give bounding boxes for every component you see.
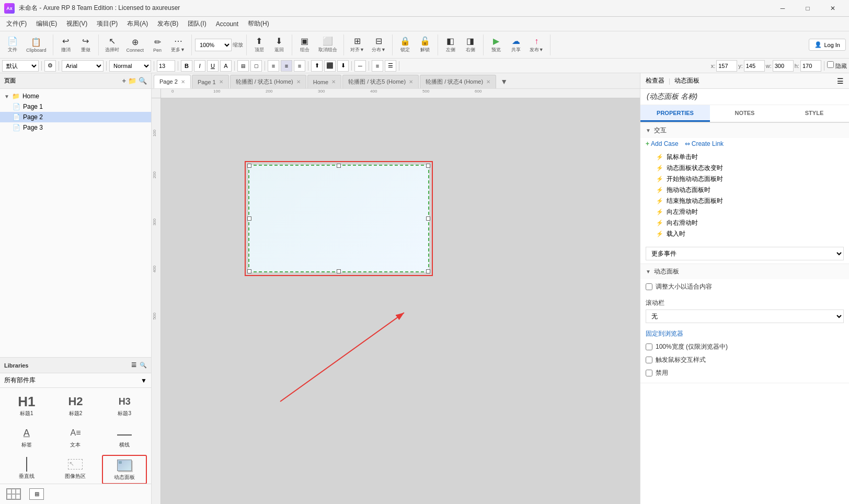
tab-close-page2[interactable]: ✕	[181, 79, 185, 85]
right-panel-options-icon[interactable]: ☰	[837, 77, 844, 85]
fill-color-button[interactable]: ▤	[237, 60, 249, 72]
menu-edit[interactable]: 编辑(E)	[32, 18, 61, 30]
more-events-select[interactable]: 更多事件	[646, 247, 844, 260]
add-case-link[interactable]: + Add Case	[646, 140, 679, 147]
fix-to-browser-link[interactable]: 固定到浏览器	[646, 330, 683, 337]
menu-help[interactable]: 帮助(H)	[244, 18, 273, 30]
library-item-table[interactable]	[4, 486, 23, 502]
create-link-link[interactable]: ⇔ Create Link	[685, 140, 724, 147]
group-button[interactable]: ▣ 组合	[295, 35, 314, 55]
handle-bottom-left[interactable]	[247, 269, 251, 273]
event-drag-start[interactable]: ⚡ 开始拖动动态面板时	[646, 174, 844, 185]
more-tools-button[interactable]: ⋯ 更多▼	[168, 35, 188, 55]
event-drag-end[interactable]: ⚡ 结束拖放动态面板时	[646, 196, 844, 207]
align-right-button[interactable]: ≡	[294, 60, 305, 72]
dynamic-panel-section-title[interactable]: ▼ 动态面板	[640, 264, 849, 279]
list-style-button[interactable]: ☰	[385, 60, 396, 72]
font-size-input[interactable]	[157, 60, 175, 72]
maximize-button[interactable]: □	[796, 0, 820, 17]
tab-home[interactable]: Home ✕	[307, 75, 341, 88]
ungroup-button[interactable]: ⬜ 取消组合	[315, 35, 340, 55]
page-item-page3[interactable]: 📄 Page 3	[0, 122, 151, 133]
x-coord-input[interactable]	[716, 60, 737, 72]
search-pages-icon[interactable]: 🔍	[139, 77, 147, 85]
library-item-text[interactable]: A≡ 文本	[53, 423, 98, 451]
library-item-hotspot[interactable]: 图像热区	[53, 455, 98, 484]
tab-carousel-state5[interactable]: 轮播图 / 状态5 (Home) ✕	[342, 75, 419, 88]
zoom-select[interactable]: 100% 75% 50% 150%	[195, 39, 232, 51]
handle-middle-right[interactable]	[426, 216, 430, 221]
left-panel-button[interactable]: ◧ 左侧	[441, 35, 460, 55]
event-state-change[interactable]: ⚡ 动态面板状态改变时	[646, 163, 844, 174]
tab-page2[interactable]: Page 2 ✕	[154, 75, 191, 88]
border-color-button[interactable]: ▢	[250, 60, 262, 72]
menu-file[interactable]: 文件(F)	[2, 18, 31, 30]
libraries-dropdown[interactable]: 所有部件库 ▼	[0, 373, 151, 388]
italic-button[interactable]: I	[194, 60, 205, 72]
style-options-button[interactable]: ⚙	[44, 60, 56, 72]
close-button[interactable]: ✕	[821, 0, 845, 17]
back-layer-button[interactable]: ⬇ 返回	[270, 35, 289, 55]
valign-bottom-button[interactable]: ⬇	[337, 60, 349, 72]
clipboard-button[interactable]: 📋 Clipboard	[23, 35, 50, 55]
align-left-button[interactable]: ≡	[268, 60, 279, 72]
preview-button[interactable]: ▶ 预览	[487, 35, 506, 55]
mouse-style-checkbox[interactable]	[646, 357, 652, 363]
valign-top-button[interactable]: ⬆	[311, 60, 323, 72]
menu-publish[interactable]: 发布(B)	[153, 18, 182, 30]
valign-middle-button[interactable]: ⬛	[324, 60, 336, 72]
handle-bottom-right[interactable]	[426, 269, 430, 273]
lock-button[interactable]: 🔒 锁定	[396, 35, 415, 55]
menu-layout[interactable]: 布局(A)	[123, 18, 152, 30]
auto-resize-checkbox[interactable]	[646, 283, 652, 290]
tab-page1[interactable]: Page 1 ✕	[192, 75, 229, 88]
scrollbar-select[interactable]: 无 垂直 水平 垂直和水平	[646, 310, 844, 323]
width-input[interactable]	[773, 60, 794, 72]
library-item-h2[interactable]: H2 标题2	[53, 392, 98, 419]
login-button[interactable]: 👤 Log In	[809, 39, 846, 51]
text-indent-button[interactable]: ≡	[372, 60, 383, 72]
library-item-repeater[interactable]: ⊞	[27, 486, 46, 502]
library-item-dynamic-panel[interactable]: 动态面板	[102, 455, 147, 484]
add-page-icon[interactable]: +	[122, 77, 126, 85]
handle-bottom-middle[interactable]	[337, 269, 341, 273]
unlock-button[interactable]: 🔓 解锁	[416, 35, 434, 55]
event-load[interactable]: ⚡ 载入时	[646, 228, 844, 239]
align-center-button[interactable]: ≡	[281, 60, 292, 72]
right-panel-button[interactable]: ◨ 右侧	[461, 35, 480, 55]
event-drag[interactable]: ⚡ 拖动动态面板时	[646, 185, 844, 196]
publish-button[interactable]: ↑ 发布▼	[526, 35, 547, 55]
page-item-page1[interactable]: 📄 Page 1	[0, 101, 151, 112]
menu-view[interactable]: 视图(V)	[62, 18, 91, 30]
library-item-label[interactable]: A 标签	[4, 423, 49, 451]
tab-close-carousel4[interactable]: ✕	[486, 79, 490, 85]
new-file-button[interactable]: 📄 文件	[3, 35, 22, 55]
event-swipe-right[interactable]: ⚡ 向右滑动时	[646, 217, 844, 228]
pages-folder-home[interactable]: ▼ 📁 Home	[0, 91, 151, 101]
hidden-checkbox[interactable]	[827, 61, 834, 68]
add-folder-icon[interactable]: 📁	[128, 77, 136, 85]
undo-button[interactable]: ↩ 撤消	[56, 35, 75, 55]
disabled-checkbox[interactable]	[646, 370, 652, 376]
tab-properties[interactable]: PROPERTIES	[640, 105, 710, 122]
page-item-page2[interactable]: 📄 Page 2	[0, 112, 151, 122]
menu-account[interactable]: Account	[212, 19, 243, 29]
event-mouse-click[interactable]: ⚡ 鼠标单击时	[646, 152, 844, 163]
tab-notes[interactable]: NOTES	[710, 105, 779, 122]
library-item-h1[interactable]: H1 标题1	[4, 392, 49, 419]
handle-top-right[interactable]	[426, 164, 430, 168]
align-button[interactable]: ⊞ 对齐▼	[347, 35, 368, 55]
library-item-h3[interactable]: H3 标题3	[102, 392, 147, 419]
y-coord-input[interactable]	[744, 60, 765, 72]
libraries-menu-icon[interactable]: ☰	[131, 362, 136, 369]
tab-carousel-state4[interactable]: 轮播图 / 状态4 (Home) ✕	[420, 75, 496, 88]
pen-tool-button[interactable]: ✏ Pen	[148, 35, 167, 55]
design-canvas-content[interactable]	[161, 98, 640, 504]
handle-middle-left[interactable]	[247, 216, 251, 221]
weight-select[interactable]: Normal Bold Light	[109, 60, 151, 72]
bold-button[interactable]: B	[181, 60, 192, 72]
handle-top-middle[interactable]	[337, 164, 341, 168]
dynamic-panel-widget[interactable]	[245, 161, 433, 276]
menu-project[interactable]: 项目(P)	[93, 18, 122, 30]
connect-tool-button[interactable]: ⊕ Connect	[123, 35, 147, 55]
